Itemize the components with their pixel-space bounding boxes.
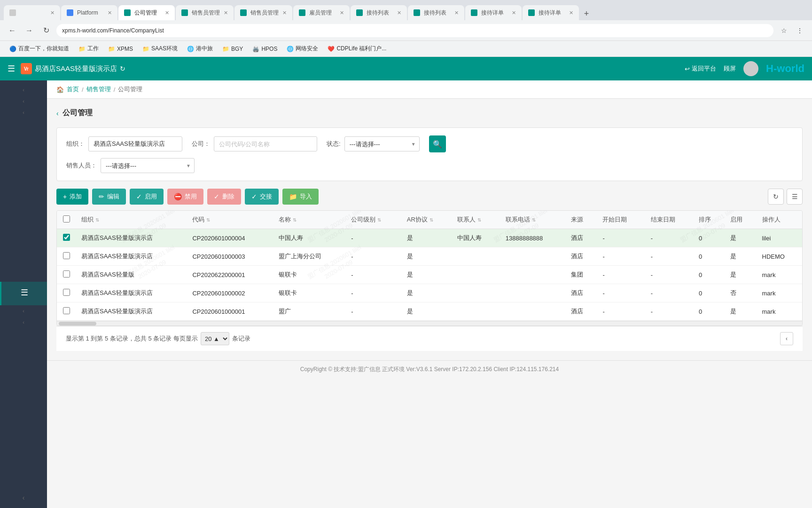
sidebar-nav-2[interactable]: ‹ [0, 107, 47, 118]
company-input[interactable] [214, 136, 317, 151]
add-button[interactable]: + 添加 [56, 189, 88, 205]
browser-tab-5[interactable]: 销售员管理 ✕ [234, 5, 292, 20]
td-contact-3 [452, 266, 500, 284]
tab-close-4[interactable]: ✕ [224, 10, 228, 16]
td-phone-3 [500, 266, 565, 284]
status-select[interactable]: ---请选择--- 启用 禁用 [344, 136, 420, 151]
back-button[interactable]: ← [6, 24, 19, 37]
bookmark-cdplife[interactable]: ❤️ CDPLife 福利门户... [324, 43, 390, 54]
tab-close-8[interactable]: ✕ [454, 10, 459, 16]
td-checkbox-5[interactable] [57, 302, 76, 321]
browser-tab-9[interactable]: 接待详单 ✕ [465, 5, 522, 20]
sidebar-collapse-bottom[interactable]: ‹ [0, 491, 47, 504]
page-title-back-icon[interactable]: ‹ [56, 110, 59, 117]
browser-tab-8[interactable]: 接待列表 ✕ [408, 5, 464, 20]
td-checkbox-3[interactable] [57, 266, 76, 284]
search-button[interactable]: 🔍 [429, 135, 446, 152]
tab-close-10[interactable]: ✕ [569, 10, 573, 16]
row-checkbox-4[interactable] [63, 289, 70, 296]
sort-org-icon[interactable]: ⇅ [95, 217, 99, 222]
delete-button[interactable]: ✓ 删除 [207, 189, 241, 205]
reload-button[interactable]: ↻ [39, 24, 53, 37]
browser-tab-6[interactable]: 雇员管理 ✕ [293, 5, 350, 20]
org-input[interactable] [88, 136, 182, 151]
bookmark-button[interactable]: ☆ [777, 24, 790, 37]
hamburger-menu-icon[interactable]: ☰ [8, 64, 15, 74]
import-button[interactable]: 📁 导入 [282, 189, 319, 205]
bookmark-security[interactable]: 🌐 网络安全 [283, 43, 322, 54]
tab-close-7[interactable]: ✕ [397, 10, 401, 16]
bookmark-bgy[interactable]: 📁 BGY [219, 44, 247, 54]
user-avatar[interactable] [743, 61, 758, 76]
td-checkbox-1[interactable] [57, 229, 76, 247]
address-input[interactable] [56, 24, 773, 37]
row-checkbox-1[interactable] [63, 234, 70, 241]
sidebar-collapse-top[interactable]: ‹ [0, 84, 47, 95]
toolbar-right: ↻ ☰ [768, 189, 803, 205]
tab-close-9[interactable]: ✕ [512, 10, 516, 16]
bookmark-baidu[interactable]: 🔵 百度一下，你就知道 [6, 43, 73, 54]
row-checkbox-2[interactable] [63, 252, 70, 259]
browser-tab-1[interactable]: ✕ [4, 5, 60, 20]
sort-phone-icon[interactable]: ⇅ [532, 217, 536, 222]
sort-name-icon[interactable]: ⇅ [293, 217, 297, 222]
sidebar-nav-1[interactable]: ‹ [0, 95, 47, 107]
breadcrumb-home-link[interactable]: 首页 [67, 85, 79, 94]
bookmark-work[interactable]: 📁 工作 [75, 43, 102, 54]
sort-level-icon[interactable]: ⇅ [377, 217, 381, 222]
td-checkbox-2[interactable] [57, 247, 76, 266]
transfer-icon: ✓ [251, 193, 257, 200]
more-button[interactable]: ⋮ [793, 24, 806, 37]
grid-view-button[interactable]: ☰ [787, 189, 803, 205]
tab-close-5[interactable]: ✕ [282, 10, 287, 16]
sort-code-icon[interactable]: ⇅ [206, 217, 210, 222]
breadcrumb-sales-link[interactable]: 销售管理 [86, 85, 111, 94]
disable-button[interactable]: ⛔ 禁用 [167, 189, 203, 205]
sidebar-mgmt-icon: ☰ [5, 287, 43, 298]
td-ar-4: 是 [401, 284, 452, 302]
return-platform-button[interactable]: ↩ 返回平台 [685, 64, 716, 73]
td-operator-3: mark [757, 266, 803, 284]
forward-button[interactable]: → [23, 24, 36, 37]
edit-button[interactable]: ✏ 编辑 [92, 189, 126, 205]
browser-tab-7[interactable]: 接待列表 ✕ [351, 5, 407, 20]
tab-favicon-9 [471, 9, 477, 16]
sidebar-nav-4[interactable]: ‹ [0, 317, 47, 328]
select-all-checkbox[interactable] [63, 215, 70, 222]
page-size-select[interactable]: 20 ▲ 50 100 [201, 332, 229, 345]
bookmark-gang[interactable]: 🌐 港中旅 [183, 43, 217, 54]
sidebar-item-mgmt[interactable]: ☰ [0, 282, 47, 305]
new-tab-button[interactable]: + [580, 7, 593, 20]
sort-ar-icon[interactable]: ⇅ [429, 217, 433, 222]
row-checkbox-3[interactable] [63, 270, 70, 278]
enable-button[interactable]: ✓ 启用 [130, 189, 164, 205]
td-checkbox-4[interactable] [57, 284, 76, 302]
refresh-table-button[interactable]: ↻ [768, 189, 784, 205]
browser-tab-4[interactable]: 销售员管理 ✕ [176, 5, 234, 20]
tab-close-1[interactable]: ✕ [50, 10, 55, 16]
refresh-app-icon[interactable]: ↻ [120, 65, 125, 72]
scrollbar-thumb[interactable] [59, 322, 96, 325]
edit-icon: ✏ [99, 193, 104, 200]
td-ar-3: 是 [401, 266, 452, 284]
sort-contact-icon[interactable]: ⇅ [477, 217, 481, 222]
bookmark-hpos[interactable]: 🖨️ HPOS [249, 44, 281, 54]
th-select-all[interactable] [57, 211, 76, 229]
row-checkbox-5[interactable] [63, 307, 70, 314]
salesperson-select[interactable]: ---请选择--- [101, 158, 195, 173]
footer: CopyRight © 技术支持:盟广信息 正式环境 Ver:V3.6.1 Se… [47, 360, 812, 378]
td-start-3: - [597, 266, 645, 284]
bookmark-saas[interactable]: 📁 SAAS环境 [139, 43, 181, 54]
browser-tab-company-mgmt[interactable]: 公司管理 ✕ [118, 5, 175, 20]
browser-tab-platform[interactable]: Platform ✕ [61, 5, 117, 20]
browser-tab-10[interactable]: 接待详单 ✕ [523, 5, 579, 20]
td-source-2: 酒店 [565, 247, 597, 266]
tab-close-6[interactable]: ✕ [340, 10, 344, 16]
prev-page-button[interactable]: ‹ [780, 332, 793, 345]
bookmark-xpms[interactable]: 📁 XPMS [104, 44, 137, 54]
horizontal-scrollbar[interactable] [57, 321, 802, 325]
tab-close-platform[interactable]: ✕ [108, 10, 112, 16]
sidebar-nav-3[interactable]: ‹ [0, 305, 47, 317]
transfer-button[interactable]: ✓ 交接 [245, 189, 279, 205]
tab-close-company[interactable]: ✕ [165, 10, 169, 16]
